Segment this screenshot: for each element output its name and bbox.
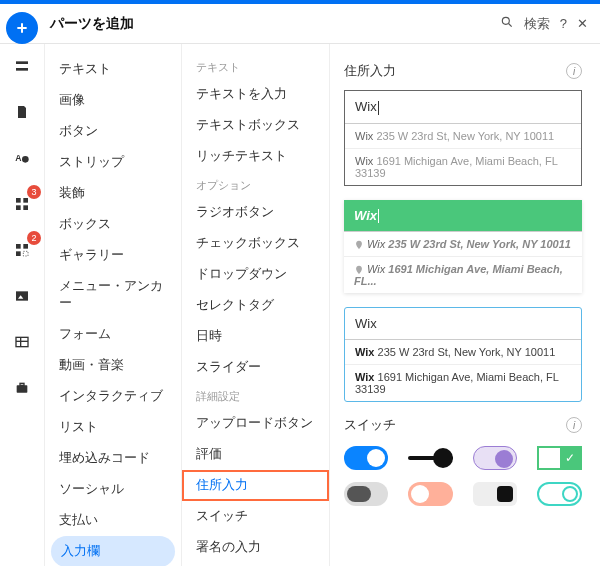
category-item[interactable]: 入力欄 xyxy=(51,536,175,566)
svg-rect-10 xyxy=(16,205,21,210)
sub-item[interactable]: テキストボックス xyxy=(182,110,329,141)
switch-sample[interactable] xyxy=(408,456,452,460)
svg-rect-21 xyxy=(20,383,24,385)
address-option[interactable]: Wix 235 W 23rd St, New York, NY 10011 xyxy=(344,232,582,257)
switch-sample[interactable] xyxy=(344,446,388,470)
category-item[interactable]: インタラクティブ xyxy=(45,381,181,412)
help-button[interactable]: ? xyxy=(560,16,567,31)
svg-rect-11 xyxy=(23,205,28,210)
sub-item[interactable]: リッチテキスト xyxy=(182,141,329,172)
switch-heading: スイッチ xyxy=(344,416,396,434)
puzzle-icon[interactable]: 2 xyxy=(6,234,38,266)
sub-group-heading: 詳細設定 xyxy=(182,383,329,408)
svg-rect-5 xyxy=(16,68,28,71)
category-item[interactable]: ボックス xyxy=(45,209,181,240)
address-option[interactable]: Wix 235 W 23rd St, New York, NY 10011 xyxy=(345,340,581,365)
category-item[interactable]: 埋め込みコード xyxy=(45,443,181,474)
svg-point-0 xyxy=(502,17,509,24)
add-button[interactable] xyxy=(6,12,38,44)
category-item[interactable]: テキスト xyxy=(45,54,181,85)
switch-sample[interactable] xyxy=(408,482,452,506)
svg-point-7 xyxy=(22,156,29,163)
theme-icon[interactable]: A xyxy=(6,142,38,174)
sub-item[interactable]: スイッチ xyxy=(182,501,329,532)
info-icon[interactable]: i xyxy=(566,63,582,79)
address-option[interactable]: Wix 1691 Michigan Ave, Miami Beach, FL..… xyxy=(344,257,582,293)
page-icon[interactable] xyxy=(6,96,38,128)
preview-panel: 住所入力 i Wix Wix 235 W 23rd St, New York, … xyxy=(330,44,600,566)
apps-icon[interactable]: 3 xyxy=(6,188,38,220)
category-item[interactable]: メニュー・アンカー xyxy=(45,271,181,319)
category-item[interactable]: ボタン xyxy=(45,116,181,147)
panel-title: パーツを追加 xyxy=(50,15,500,33)
badge: 2 xyxy=(27,231,41,245)
switch-sample[interactable] xyxy=(537,482,582,506)
badge: 3 xyxy=(27,185,41,199)
category-item[interactable]: 支払い xyxy=(45,505,181,536)
sub-item[interactable]: 住所入力 xyxy=(182,470,329,501)
svg-text:A: A xyxy=(15,153,22,163)
search-icon[interactable] xyxy=(500,15,514,32)
address-option[interactable]: Wix 1691 Michigan Ave, Miami Beach, FL 3… xyxy=(345,149,581,185)
sub-group-heading: テキスト xyxy=(182,54,329,79)
category-item[interactable]: リスト xyxy=(45,412,181,443)
category-column: テキスト画像ボタンストリップ装飾ボックスギャラリーメニュー・アンカーフォーム動画… xyxy=(44,44,182,566)
icon-sidebar: A 3 2 xyxy=(0,44,44,566)
sub-item[interactable]: 署名の入力 xyxy=(182,532,329,563)
address-input-sample-3[interactable]: Wix Wix 235 W 23rd St, New York, NY 1001… xyxy=(344,307,582,402)
sub-item[interactable]: ラジオボタン xyxy=(182,197,329,228)
briefcase-icon[interactable] xyxy=(6,372,38,404)
svg-rect-9 xyxy=(23,198,28,203)
address-input-sample-1[interactable]: Wix Wix 235 W 23rd St, New York, NY 1001… xyxy=(344,90,582,186)
svg-rect-8 xyxy=(16,198,21,203)
category-item[interactable]: 画像 xyxy=(45,85,181,116)
preview-heading: 住所入力 xyxy=(344,62,396,80)
sub-item[interactable]: テキストを入力 xyxy=(182,79,329,110)
sub-item[interactable]: セレクトタグ xyxy=(182,290,329,321)
svg-line-1 xyxy=(509,24,512,27)
panel-header: パーツを追加 検索 ? ✕ xyxy=(0,4,600,44)
sub-item[interactable]: ドロップダウン xyxy=(182,259,329,290)
sub-item[interactable]: チェックボックス xyxy=(182,228,329,259)
svg-rect-4 xyxy=(16,61,28,64)
svg-rect-20 xyxy=(17,385,28,392)
sub-item[interactable]: 評価 xyxy=(182,439,329,470)
svg-rect-13 xyxy=(23,244,28,249)
data-icon[interactable] xyxy=(6,326,38,358)
category-item[interactable]: フォーム xyxy=(45,319,181,350)
search-label[interactable]: 検索 xyxy=(524,15,550,33)
address-option[interactable]: Wix 235 W 23rd St, New York, NY 10011 xyxy=(345,124,581,149)
switch-sample[interactable] xyxy=(473,482,517,506)
sub-item[interactable]: スライダー xyxy=(182,352,329,383)
media-icon[interactable] xyxy=(6,280,38,312)
address-input-sample-2[interactable]: Wix Wix 235 W 23rd St, New York, NY 1001… xyxy=(344,200,582,294)
switch-sample[interactable] xyxy=(344,482,388,506)
switch-sample[interactable]: ✓ xyxy=(537,446,582,470)
category-item[interactable]: ストリップ xyxy=(45,147,181,178)
category-item[interactable]: ギャラリー xyxy=(45,240,181,271)
category-item[interactable]: ソーシャル xyxy=(45,474,181,505)
svg-rect-15 xyxy=(16,291,28,300)
switch-sample[interactable] xyxy=(473,446,518,470)
svg-rect-12 xyxy=(16,244,21,249)
svg-rect-14 xyxy=(16,251,21,256)
sub-item[interactable]: 日時 xyxy=(182,321,329,352)
category-item[interactable]: 動画・音楽 xyxy=(45,350,181,381)
section-icon[interactable] xyxy=(6,50,38,82)
category-item[interactable]: 装飾 xyxy=(45,178,181,209)
close-button[interactable]: ✕ xyxy=(577,16,588,31)
info-icon[interactable]: i xyxy=(566,417,582,433)
subcategory-column: テキストテキストを入力テキストボックスリッチテキストオプションラジオボタンチェッ… xyxy=(182,44,330,566)
sub-item[interactable]: アップロードボタン xyxy=(182,408,329,439)
address-option[interactable]: Wix 1691 Michigan Ave, Miami Beach, FL 3… xyxy=(345,365,581,401)
sub-group-heading: オプション xyxy=(182,172,329,197)
